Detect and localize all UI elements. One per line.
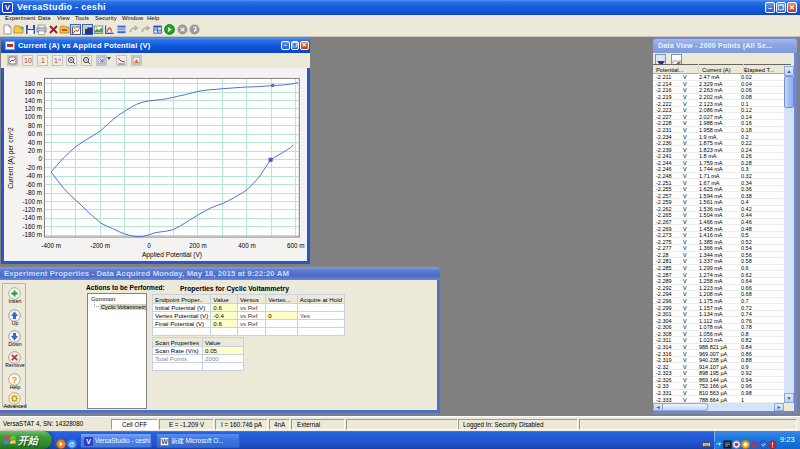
svg-text:-400 m: -400 m [41,242,61,249]
svg-text:-80 m: -80 m [26,189,42,196]
svg-text:160 m: 160 m [24,88,42,95]
svg-text:0: 0 [38,155,42,162]
svg-text:-100 m: -100 m [22,198,42,205]
svg-text:100 m: 100 m [24,113,42,120]
svg-text:80 m: 80 m [28,122,42,129]
svg-text:Applied Potential (V): Applied Potential (V) [142,251,202,259]
svg-text:20 m: 20 m [28,147,42,154]
svg-text:0: 0 [147,242,151,249]
svg-text:-60 m: -60 m [26,181,42,188]
svg-text:-200 m: -200 m [90,242,110,249]
svg-text:120 m: 120 m [24,105,42,112]
svg-text:-140 m: -140 m [22,214,42,221]
svg-text:180 m: 180 m [24,80,42,87]
svg-text:400 m: 400 m [238,242,256,249]
svg-text:600 m: 600 m [287,242,305,249]
svg-text:10: 10 [24,57,32,64]
svg-text:-40 m: -40 m [26,172,42,179]
svg-text:200 m: 200 m [189,242,207,249]
svg-text:140 m: 140 m [24,97,42,104]
svg-text:.1: .1 [39,57,45,64]
svg-text:1^: 1^ [54,57,62,64]
svg-text:Current (A) per cm^2: Current (A) per cm^2 [7,127,15,189]
svg-text:60 m: 60 m [28,130,42,137]
svg-text:40 m: 40 m [28,139,42,146]
svg-text:-160 m: -160 m [22,223,42,230]
svg-text:-120 m: -120 m [22,206,42,213]
svg-text:-20 m: -20 m [26,164,42,171]
svg-text:-180 m: -180 m [22,231,42,238]
